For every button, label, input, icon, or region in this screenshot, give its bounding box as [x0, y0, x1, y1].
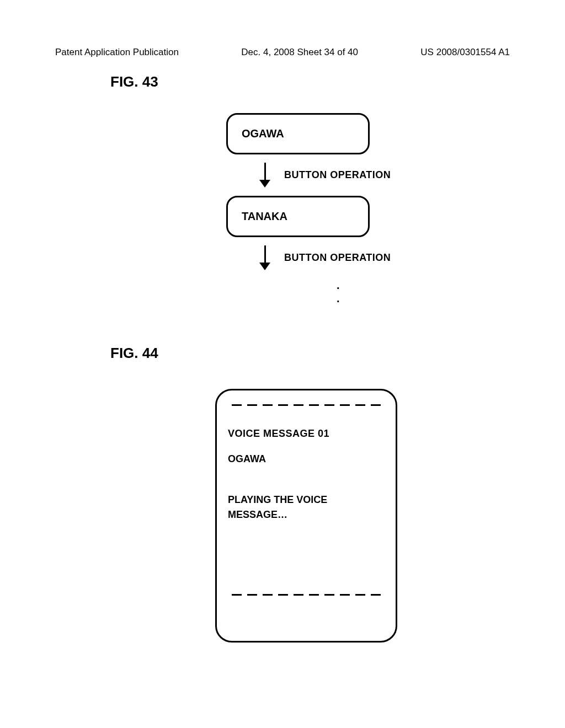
- figure-43-diagram: OGAWA BUTTON OPERATION TANAKA BUTTON OPE…: [226, 113, 391, 305]
- header-publication: Patent Application Publication: [55, 47, 179, 58]
- page-header: Patent Application Publication Dec. 4, 2…: [0, 47, 565, 58]
- button-operation-label: BUTTON OPERATION: [284, 169, 391, 181]
- name-box-text: TANAKA: [242, 210, 287, 223]
- down-arrow-icon: [259, 245, 270, 270]
- header-date-sheet: Dec. 4, 2008 Sheet 34 of 40: [241, 47, 358, 58]
- phone-screen: VOICE MESSAGE 01 OGAWA PLAYING THE VOICE…: [215, 389, 397, 643]
- voice-message-status: PLAYING THE VOICE MESSAGE…: [228, 493, 385, 522]
- name-box-ogawa: OGAWA: [226, 113, 370, 154]
- header-patent-number: US 2008/0301554 A1: [420, 47, 510, 58]
- voice-message-sender: OGAWA: [228, 453, 385, 465]
- down-arrow-icon: [259, 163, 270, 188]
- voice-message-title: VOICE MESSAGE 01: [228, 428, 385, 440]
- name-box-text: OGAWA: [242, 127, 284, 140]
- vertical-dots-icon: ..: [337, 279, 391, 305]
- figure-44-label: FIG. 44: [110, 345, 158, 362]
- figure-44-diagram: VOICE MESSAGE 01 OGAWA PLAYING THE VOICE…: [215, 389, 397, 643]
- dashed-divider-top: [228, 404, 385, 406]
- name-box-tanaka: TANAKA: [226, 196, 370, 237]
- figure-43-label: FIG. 43: [110, 73, 158, 90]
- arrow-section-1: BUTTON OPERATION: [259, 163, 391, 188]
- arrow-section-2: BUTTON OPERATION: [259, 245, 391, 270]
- button-operation-label: BUTTON OPERATION: [284, 252, 391, 264]
- dashed-divider-bottom: [228, 594, 385, 596]
